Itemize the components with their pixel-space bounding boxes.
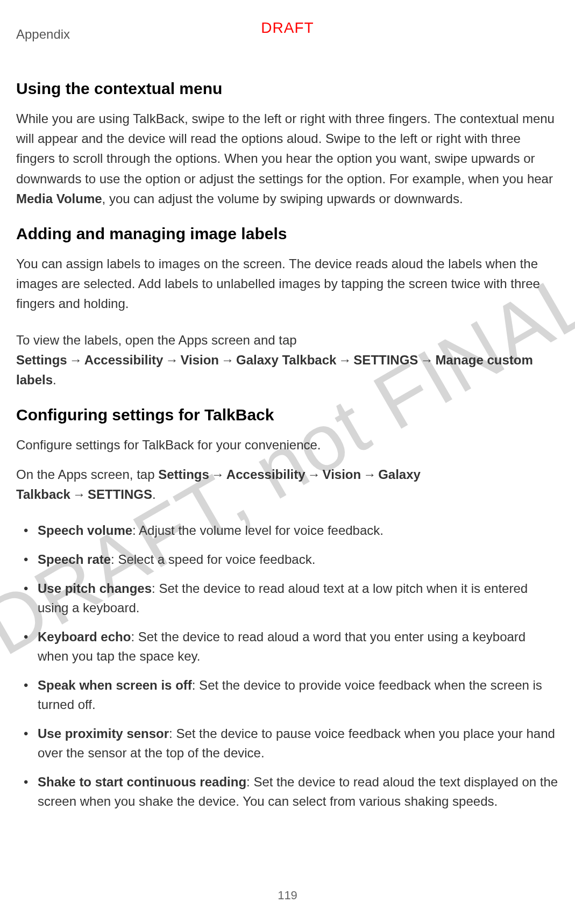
paragraph-image-labels-1: You can assign labels to images on the s… bbox=[16, 254, 559, 314]
page: DRAFT, not FINAL Appendix DRAFT Using th… bbox=[0, 0, 575, 924]
list-item: Shake to start continuous reading: Set t… bbox=[16, 772, 559, 811]
text: While you are using TalkBack, swipe to t… bbox=[16, 111, 555, 186]
arrow-icon: → bbox=[306, 467, 323, 482]
list-term: Keyboard echo bbox=[38, 629, 131, 644]
nav-settings: Settings bbox=[158, 467, 209, 482]
nav-accessibility: Accessibility bbox=[226, 467, 306, 482]
nav-settings: Settings bbox=[16, 353, 67, 367]
text-bold-media-volume: Media Volume bbox=[16, 191, 102, 206]
arrow-icon: → bbox=[219, 353, 236, 367]
paragraph-contextual-menu: While you are using TalkBack, swipe to t… bbox=[16, 109, 559, 209]
paragraph-image-labels-2: To view the labels, open the Apps screen… bbox=[16, 330, 559, 390]
nav-settings-caps: SETTINGS bbox=[353, 353, 418, 367]
arrow-icon: → bbox=[361, 467, 378, 482]
text: . bbox=[152, 487, 156, 502]
nav-galaxy-talkback: Galaxy Talkback bbox=[236, 353, 336, 367]
list-item: Keyboard echo: Set the device to read al… bbox=[16, 627, 559, 666]
heading-image-labels: Adding and managing image labels bbox=[16, 225, 559, 243]
heading-configuring-talkback: Configuring settings for TalkBack bbox=[16, 406, 559, 424]
nav-accessibility: Accessibility bbox=[84, 353, 164, 367]
list-desc: : Adjust the volume level for voice feed… bbox=[132, 523, 384, 538]
arrow-icon: → bbox=[67, 353, 84, 367]
text: To view the labels, open the Apps screen… bbox=[16, 333, 297, 347]
arrow-icon: → bbox=[163, 353, 180, 367]
list-term: Speech volume bbox=[38, 523, 132, 538]
list-term: Speak when screen is off bbox=[38, 678, 192, 692]
page-number: 119 bbox=[278, 889, 297, 902]
arrow-icon: → bbox=[70, 487, 88, 502]
paragraph-configure-2: On the Apps screen, tap Settings→Accessi… bbox=[16, 464, 559, 504]
nav-settings-caps: SETTINGS bbox=[88, 487, 152, 502]
text: On the Apps screen, tap bbox=[16, 467, 158, 482]
list-item: Use proximity sensor: Set the device to … bbox=[16, 724, 559, 763]
arrow-icon: → bbox=[336, 353, 353, 367]
nav-vision: Vision bbox=[180, 353, 219, 367]
draft-label: DRAFT bbox=[261, 19, 314, 37]
text: . bbox=[53, 373, 56, 387]
list-term: Shake to start continuous reading bbox=[38, 775, 246, 789]
heading-contextual-menu: Using the contextual menu bbox=[16, 80, 559, 98]
text: , you can adjust the volume by swiping u… bbox=[102, 191, 463, 206]
list-item: Use pitch changes: Set the device to rea… bbox=[16, 579, 559, 618]
list-term: Use proximity sensor bbox=[38, 726, 169, 741]
list-item: Speech volume: Adjust the volume level f… bbox=[16, 521, 559, 540]
content: Using the contextual menu While you are … bbox=[16, 80, 559, 811]
settings-list: Speech volume: Adjust the volume level f… bbox=[16, 521, 559, 811]
arrow-icon: → bbox=[209, 467, 226, 482]
paragraph-configure-1: Configure settings for TalkBack for your… bbox=[16, 435, 559, 455]
nav-vision: Vision bbox=[323, 467, 361, 482]
list-item: Speak when screen is off: Set the device… bbox=[16, 676, 559, 714]
arrow-icon: → bbox=[418, 353, 435, 367]
list-desc: : Select a speed for voice feedback. bbox=[111, 552, 315, 567]
list-item: Speech rate: Select a speed for voice fe… bbox=[16, 550, 559, 569]
list-term: Speech rate bbox=[38, 552, 111, 567]
list-term: Use pitch changes bbox=[38, 581, 152, 596]
